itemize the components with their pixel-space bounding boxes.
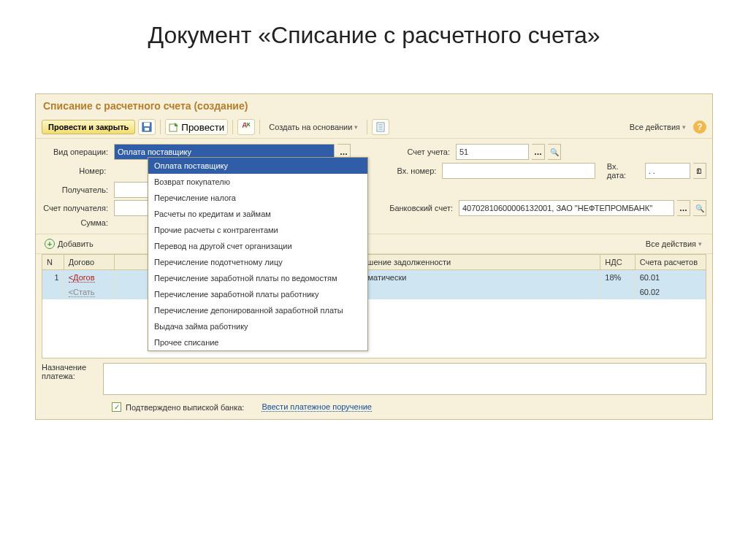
grid-all-actions-button[interactable]: Все действия	[641, 239, 706, 249]
post-and-close-button[interactable]: Провести и закрыть	[42, 120, 135, 134]
disk-icon	[142, 122, 152, 132]
table-row[interactable]: 1 <Догов атоматически 18% 60.01	[42, 270, 706, 285]
bank-account-value: 40702810600006132001, ЗАО "НЕФТЕПРОМБАНК…	[462, 204, 652, 212]
dropdown-item[interactable]: Прочее списание	[148, 334, 367, 350]
cell-nds: 18%	[600, 270, 635, 285]
in-date-input[interactable]: . .	[645, 163, 690, 179]
in-number-label: Вх. номер:	[368, 166, 439, 175]
create-based-button[interactable]: Создать на основании	[264, 122, 362, 132]
all-actions-button[interactable]: Все действия	[625, 122, 690, 132]
dropdown-item[interactable]: Перечисление подотчетному лицу	[148, 254, 367, 270]
plus-icon: +	[45, 239, 55, 249]
dropdown-item[interactable]: Перечисление налога	[148, 190, 367, 206]
col-schet[interactable]: Счета расчетов	[636, 255, 706, 269]
col-dogovor[interactable]: Догово	[64, 255, 115, 269]
bank-account-input[interactable]: 40702810600006132001, ЗАО "НЕФТЕПРОМБАНК…	[459, 200, 674, 216]
confirmed-checkbox[interactable]: ✓	[112, 402, 121, 412]
help-icon[interactable]: ?	[693, 120, 706, 134]
cell-pogash: атоматически	[351, 270, 601, 285]
cell-dogovor: <Стать	[64, 285, 115, 299]
svg-rect-2	[145, 128, 149, 131]
dropdown-item[interactable]: Прочие расчеты с контрагентами	[148, 222, 367, 238]
col-nds[interactable]: НДС	[600, 255, 635, 269]
col-pogash[interactable]: огашение задолженности	[351, 255, 601, 269]
cell-n: 1	[42, 270, 64, 285]
dropdown-item[interactable]: Перечисление заработной платы работнику	[148, 286, 367, 302]
purpose-label: Назначение платежа:	[42, 363, 100, 380]
separator	[160, 120, 161, 134]
save-button[interactable]	[138, 119, 156, 135]
bank-account-label: Банковский счет:	[383, 204, 456, 212]
bottom-bar: ✓ Подтверждено выпиской банка: Ввести пл…	[36, 398, 712, 419]
dropdown-item[interactable]: Перечисление заработной платы по ведомос…	[148, 270, 367, 286]
recipient-label: Получатель:	[42, 185, 111, 194]
svg-rect-1	[144, 123, 150, 126]
create-based-label: Создать на основании	[269, 123, 352, 131]
grid-header: N Догово огашение задолженности НДС Счет…	[42, 255, 706, 270]
bank-account-dots-button[interactable]	[677, 200, 690, 216]
sum-label: Сумма:	[42, 218, 111, 227]
report-icon	[375, 122, 386, 132]
form-area: Вид операции: Оплата поставщику Счет уче…	[36, 139, 712, 234]
add-label: Добавить	[58, 239, 94, 248]
in-date-calendar-button[interactable]	[693, 163, 706, 179]
in-date-label: Вх. дата:	[607, 162, 639, 180]
add-row-button[interactable]: + Добавить	[42, 237, 96, 250]
post-label: Провести	[181, 122, 224, 133]
dk-button[interactable]: ДК	[237, 119, 255, 135]
cell-n	[42, 285, 64, 299]
enter-payment-order-link[interactable]: Ввести платежное поручение	[262, 402, 372, 412]
separator	[232, 120, 233, 134]
account-dots-button[interactable]	[532, 144, 545, 160]
cell-nds	[600, 285, 635, 299]
separator	[367, 120, 367, 134]
account-input[interactable]: 51	[456, 144, 529, 160]
account-search-button[interactable]	[548, 144, 561, 160]
dropdown-item[interactable]: Выдача займа работнику	[148, 318, 367, 334]
purpose-row: Назначение платежа:	[36, 360, 712, 398]
post-button[interactable]: Провести	[165, 119, 228, 135]
separator	[259, 120, 260, 134]
dropdown-item[interactable]: Возврат покупателю	[148, 174, 367, 190]
purpose-textarea[interactable]	[103, 363, 706, 395]
all-actions-label: Все действия	[630, 123, 680, 131]
dropdown-item[interactable]: Перечисление депонированной заработной п…	[148, 302, 367, 318]
window-title: Списание с расчетного счета (создание)	[36, 94, 712, 116]
slide-title: Документ «Списание с расчетного счета»	[0, 0, 748, 64]
cell-dogovor: <Догов	[64, 270, 115, 285]
grid-empty-area	[42, 299, 706, 358]
report-button[interactable]	[372, 119, 389, 135]
col-n[interactable]: N	[42, 255, 64, 269]
bank-account-search-button[interactable]	[693, 200, 706, 216]
operation-label: Вид операции:	[42, 147, 111, 156]
cell-schet: 60.01	[636, 270, 706, 285]
grid-all-actions-label: Все действия	[646, 239, 696, 248]
recipient-acc-label: Счет получателя:	[42, 204, 111, 212]
number-label: Номер:	[42, 166, 109, 175]
in-number-input[interactable]	[442, 163, 595, 179]
dropdown-item[interactable]: Расчеты по кредитам и займам	[148, 206, 367, 222]
app-window: Списание с расчетного счета (создание) П…	[35, 93, 713, 420]
post-icon	[169, 122, 179, 132]
account-value: 51	[459, 147, 468, 156]
account-label: Счет учета:	[380, 147, 453, 156]
cell-pogash	[351, 285, 601, 299]
toolbar: Провести и закрыть Провести ДК Создать н…	[36, 116, 712, 139]
grid-toolbar: + Добавить Все действия	[36, 234, 712, 254]
dk-icon: ДК	[241, 122, 251, 132]
dropdown-item[interactable]: Оплата поставщику	[148, 158, 367, 174]
confirmed-label: Подтверждено выпиской банка:	[126, 403, 244, 412]
detail-grid: N Догово огашение задолженности НДС Счет…	[42, 254, 706, 358]
dropdown-item[interactable]: Перевод на другой счет организации	[148, 238, 367, 254]
operation-dropdown[interactable]: Оплата поставщику Возврат покупателю Пер…	[148, 157, 368, 351]
table-row[interactable]: <Стать 60.02	[42, 285, 706, 299]
in-date-value: . .	[649, 166, 655, 175]
cell-schet: 60.02	[636, 285, 706, 299]
